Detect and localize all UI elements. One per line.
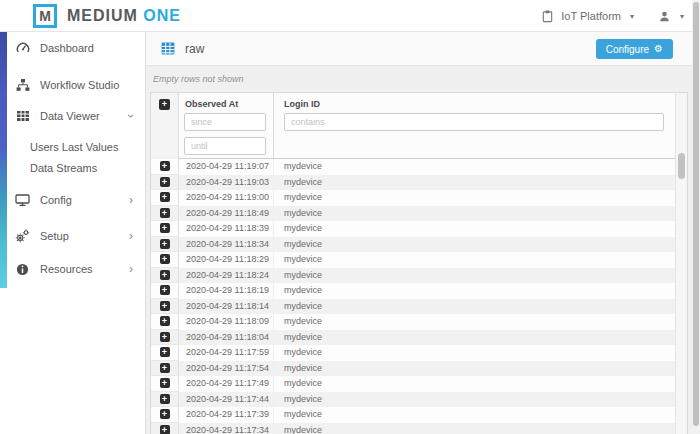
table-row: + 2020-04-29 11:19:07 mydevice bbox=[151, 159, 676, 175]
sidebar: Dashboard Workflow Studio Data Viewer › … bbox=[0, 32, 146, 434]
login-id-cell: mydevice bbox=[274, 345, 676, 361]
sidebar-item-label: Data Viewer bbox=[40, 110, 100, 122]
chevron-down-icon: › bbox=[126, 114, 136, 118]
expand-cell: + bbox=[151, 190, 179, 206]
filter-since-input[interactable] bbox=[184, 113, 266, 131]
table-row: + 2020-04-29 11:17:49 mydevice bbox=[151, 376, 676, 392]
sidebar-item-workflow-studio[interactable]: Workflow Studio bbox=[0, 75, 146, 95]
table-row: + 2020-04-29 11:18:19 mydevice bbox=[151, 283, 676, 299]
sidebar-item-dashboard[interactable]: Dashboard bbox=[0, 38, 146, 58]
observed-at-cell: 2020-04-29 11:19:07 bbox=[179, 159, 274, 175]
observed-at-cell: 2020-04-29 11:18:19 bbox=[179, 283, 274, 299]
observed-at-cell: 2020-04-29 11:17:49 bbox=[179, 376, 274, 392]
expand-row-button[interactable]: + bbox=[160, 409, 170, 419]
sidebar-item-config[interactable]: Config › bbox=[0, 190, 146, 210]
expand-cell: + bbox=[151, 330, 179, 346]
observed-at-cell: 2020-04-29 11:18:09 bbox=[179, 314, 274, 330]
brand-name-accent: ONE bbox=[143, 7, 181, 24]
sidebar-item-label: Workflow Studio bbox=[40, 79, 119, 91]
window-scrollbar[interactable] bbox=[692, 0, 700, 434]
expand-row-button[interactable]: + bbox=[160, 239, 170, 249]
page-title: raw bbox=[185, 42, 204, 56]
expand-row-button[interactable]: + bbox=[160, 161, 170, 171]
expand-row-button[interactable]: + bbox=[160, 425, 170, 434]
brand-mark-icon: M bbox=[33, 4, 57, 28]
sidebar-item-label: Resources bbox=[40, 263, 93, 275]
expand-all-button[interactable]: + bbox=[159, 99, 170, 110]
expand-row-button[interactable]: + bbox=[160, 378, 170, 388]
observed-at-cell: 2020-04-29 11:19:00 bbox=[179, 190, 274, 206]
observed-at-cell: 2020-04-29 11:18:29 bbox=[179, 252, 274, 268]
table-row: + 2020-04-29 11:18:49 mydevice bbox=[151, 206, 676, 222]
expand-row-button[interactable]: + bbox=[160, 347, 170, 357]
table-scrollbar[interactable] bbox=[675, 93, 687, 434]
brand-logo[interactable]: M MEDIUM ONE bbox=[33, 4, 181, 28]
login-id-cell: mydevice bbox=[274, 159, 676, 175]
column-observed-at: Observed At bbox=[179, 93, 274, 159]
expand-row-button[interactable]: + bbox=[160, 285, 170, 295]
configure-button[interactable]: Configure ⚙ bbox=[596, 39, 673, 59]
workspace-caret-icon[interactable]: ▾ bbox=[630, 12, 634, 21]
login-id-cell: mydevice bbox=[274, 190, 676, 206]
table-row: + 2020-04-29 11:17:54 mydevice bbox=[151, 361, 676, 377]
expand-row-button[interactable]: + bbox=[160, 394, 170, 404]
gear-icon: ⚙ bbox=[654, 44, 663, 54]
content-toolbar: raw Configure ⚙ bbox=[146, 32, 692, 66]
sidebar-item-resources[interactable]: Resources › bbox=[0, 259, 146, 279]
expand-row-button[interactable]: + bbox=[160, 223, 170, 233]
table-row: + 2020-04-29 11:17:59 mydevice bbox=[151, 345, 676, 361]
table-row: + 2020-04-29 11:19:00 mydevice bbox=[151, 190, 676, 206]
workflow-icon bbox=[15, 78, 30, 92]
expand-row-button[interactable]: + bbox=[160, 332, 170, 342]
observed-at-cell: 2020-04-29 11:18:24 bbox=[179, 268, 274, 284]
login-id-cell: mydevice bbox=[274, 237, 676, 253]
expand-row-button[interactable]: + bbox=[160, 192, 170, 202]
expand-row-button[interactable]: + bbox=[160, 270, 170, 280]
expand-row-button[interactable]: + bbox=[160, 301, 170, 311]
table-row: + 2020-04-29 11:18:39 mydevice bbox=[151, 221, 676, 237]
brand-name: MEDIUM ONE bbox=[67, 7, 181, 25]
filter-until-input[interactable] bbox=[184, 137, 266, 155]
observed-at-cell: 2020-04-29 11:18:04 bbox=[179, 330, 274, 346]
table-row: + 2020-04-29 11:17:34 mydevice bbox=[151, 423, 676, 434]
sidebar-item-setup[interactable]: Setup › bbox=[0, 226, 146, 246]
user-menu-caret-icon[interactable]: ▾ bbox=[680, 12, 684, 21]
sidebar-item-label: Users Last Values bbox=[30, 141, 118, 153]
sidebar-item-data-viewer[interactable]: Data Viewer › bbox=[0, 106, 146, 126]
expand-row-button[interactable]: + bbox=[160, 254, 170, 264]
expand-cell: + bbox=[151, 423, 179, 434]
window-scrollbar-thumb[interactable] bbox=[693, 2, 699, 426]
table-icon bbox=[15, 109, 30, 123]
chevron-right-icon: › bbox=[129, 264, 133, 274]
expand-cell: + bbox=[151, 345, 179, 361]
login-id-cell: mydevice bbox=[274, 423, 676, 434]
table-row: + 2020-04-29 11:17:44 mydevice bbox=[151, 392, 676, 408]
workspace-selector[interactable]: IoT Platform bbox=[561, 10, 621, 22]
login-id-cell: mydevice bbox=[274, 283, 676, 299]
expand-cell: + bbox=[151, 268, 179, 284]
column-header-login-id: Login ID bbox=[284, 99, 320, 109]
chevron-right-icon: › bbox=[129, 195, 133, 205]
filter-contains-input[interactable] bbox=[284, 113, 664, 131]
table-row: + 2020-04-29 11:18:09 mydevice bbox=[151, 314, 676, 330]
login-id-cell: mydevice bbox=[274, 330, 676, 346]
expand-row-button[interactable]: + bbox=[160, 363, 170, 373]
expand-all-cell: + bbox=[151, 93, 179, 159]
main-content: raw Configure ⚙ Empty rows not shown + O… bbox=[146, 32, 692, 434]
sidebar-item-data-streams[interactable]: Data Streams bbox=[0, 158, 146, 178]
observed-at-cell: 2020-04-29 11:17:59 bbox=[179, 345, 274, 361]
user-icon[interactable] bbox=[658, 10, 671, 23]
empty-rows-note: Empty rows not shown bbox=[153, 74, 244, 84]
monitor-icon bbox=[15, 193, 30, 207]
login-id-cell: mydevice bbox=[274, 221, 676, 237]
login-id-cell: mydevice bbox=[274, 392, 676, 408]
expand-row-button[interactable]: + bbox=[160, 316, 170, 326]
expand-cell: + bbox=[151, 314, 179, 330]
column-header-observed-at: Observed At bbox=[185, 99, 238, 109]
expand-row-button[interactable]: + bbox=[160, 177, 170, 187]
gears-icon bbox=[15, 229, 30, 243]
expand-row-button[interactable]: + bbox=[160, 208, 170, 218]
table-scrollbar-thumb[interactable] bbox=[678, 153, 685, 179]
table-row: + 2020-04-29 11:18:14 mydevice bbox=[151, 299, 676, 315]
sidebar-item-users-last-values[interactable]: Users Last Values bbox=[0, 137, 146, 157]
